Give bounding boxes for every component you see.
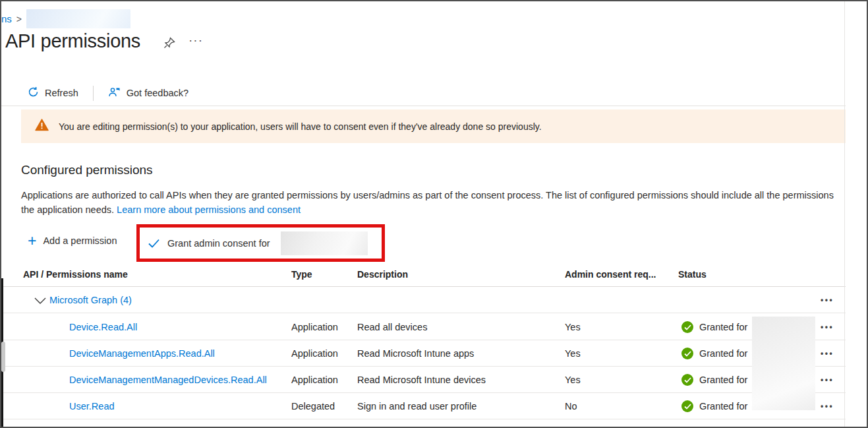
description-cell: Read Microsoft Intune devices (357, 367, 486, 393)
table-row: DeviceManagementApps.Read.All Applicatio… (1, 340, 846, 367)
scrollbar-thumb[interactable] (1, 342, 5, 372)
title-more-icon[interactable]: ··· (188, 33, 203, 47)
page-title: API permissions (5, 30, 140, 52)
column-header-description[interactable]: Description (357, 262, 408, 287)
column-header-admin-consent[interactable]: Admin consent req... (565, 262, 656, 287)
status-cell: Granted for (681, 367, 747, 393)
status-success-icon (681, 400, 693, 412)
type-cell: Delegated (291, 393, 335, 419)
refresh-icon (28, 86, 39, 100)
breadcrumb: ns > (1, 9, 130, 28)
add-permission-label: Add a permission (43, 235, 117, 246)
type-cell: Application (291, 340, 338, 367)
refresh-button[interactable]: Refresh (28, 86, 78, 100)
column-header-name[interactable]: API / Permissions name (23, 262, 128, 287)
redacted-tenant-names-overlay (752, 317, 815, 410)
command-bar: Refresh Got feedback? (28, 83, 188, 103)
feedback-label: Got feedback? (127, 88, 188, 98)
pin-icon[interactable] (163, 36, 176, 52)
plus-icon: + (28, 234, 36, 247)
row-menu-icon[interactable]: ••• (821, 314, 834, 340)
section-heading: Configured permissions (21, 163, 153, 177)
row-menu-icon[interactable]: ••• (821, 393, 834, 419)
warning-icon (35, 119, 49, 134)
feedback-icon (108, 86, 121, 100)
status-cell: Granted for (681, 393, 747, 419)
type-cell: Application (291, 367, 338, 393)
description-cell: Read all devices (357, 314, 427, 340)
status-label: Granted for (699, 314, 747, 340)
refresh-label: Refresh (45, 88, 78, 98)
description-cell: Sign in and read user profile (357, 393, 477, 419)
description-cell: Read Microsoft Intune apps (357, 340, 474, 367)
table-row: User.Read Delegated Sign in and read use… (1, 393, 846, 419)
type-cell: Application (291, 314, 338, 340)
admin-consent-cell: Yes (565, 367, 581, 393)
api-permissions-page: ns > API permissions ··· Refresh (0, 0, 868, 428)
status-label: Granted for (699, 340, 747, 367)
status-cell: Granted for (681, 314, 747, 340)
grant-admin-consent-button[interactable]: Grant admin consent for (167, 238, 270, 249)
group-row-microsoft-graph: Microsoft Graph (4) ••• (1, 287, 846, 313)
permission-link[interactable]: DeviceManagementManagedDevices.Read.All (69, 367, 267, 393)
check-icon (148, 238, 160, 249)
content-right-rule (844, 1, 845, 427)
status-label: Granted for (699, 367, 747, 393)
admin-consent-cell: Yes (565, 314, 581, 340)
toolbar-rule (1, 106, 846, 106)
toolbar-divider (93, 86, 94, 101)
table-row: Device.Read.All Application Read all dev… (1, 314, 846, 340)
column-header-type[interactable]: Type (291, 262, 312, 287)
status-success-icon (681, 321, 693, 333)
permission-link[interactable]: Device.Read.All (69, 314, 137, 340)
breadcrumb-link[interactable]: ns (1, 13, 12, 24)
section-description: Applications are authorized to call APIs… (21, 188, 844, 217)
redacted-tenant-name (281, 231, 368, 255)
warning-message: You are editing permission(s) to your ap… (59, 121, 542, 132)
status-cell: Granted for (681, 340, 747, 367)
permission-link[interactable]: DeviceManagementApps.Read.All (69, 340, 215, 367)
status-success-icon (681, 374, 693, 386)
add-permission-button[interactable]: + Add a permission (28, 234, 117, 247)
row-menu-icon[interactable]: ••• (821, 340, 834, 367)
grant-admin-consent-highlight: Grant admin consent for (136, 224, 385, 262)
status-success-icon (681, 348, 693, 359)
row-menu-icon[interactable]: ••• (821, 367, 834, 393)
breadcrumb-separator-icon: > (16, 14, 22, 24)
group-link[interactable]: Microsoft Graph (4) (49, 287, 132, 313)
table-header: API / Permissions name Type Description … (1, 262, 846, 287)
chevron-down-icon[interactable] (34, 295, 46, 307)
feedback-button[interactable]: Got feedback? (108, 86, 188, 100)
table-row: DeviceManagementManagedDevices.Read.All … (1, 367, 846, 393)
learn-more-link[interactable]: Learn more about permissions and consent (117, 204, 301, 215)
warning-banner: You are editing permission(s) to your ap… (21, 109, 846, 143)
permission-link[interactable]: User.Read (69, 393, 115, 419)
row-menu-icon[interactable]: ••• (821, 287, 834, 313)
admin-consent-cell: Yes (565, 340, 581, 367)
column-header-status[interactable]: Status (678, 262, 707, 287)
admin-consent-cell: No (565, 393, 577, 419)
redacted-app-name (26, 9, 130, 28)
status-label: Granted for (699, 393, 747, 419)
